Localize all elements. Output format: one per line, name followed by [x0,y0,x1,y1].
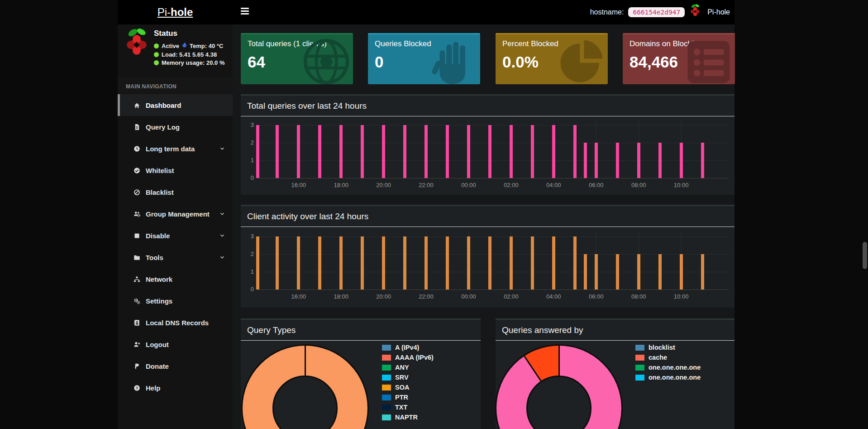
x-axis-tick: 18:00 [329,182,354,188]
bar[interactable] [658,254,662,289]
bar[interactable] [573,236,577,289]
bar[interactable] [584,254,587,289]
bar[interactable] [584,143,587,178]
bar[interactable] [297,236,300,289]
sidebar-item-label: Whitelist [146,167,174,174]
legend-item: SRV [382,374,409,381]
legend-item: AAAA (IPv6) [382,354,434,361]
sidebar-item-query-log[interactable]: Query Log [118,116,233,138]
panel-title: Client activity over last 24 hours [247,212,368,222]
navbar-right: hostname: 666154e2d947 Pi-hole [590,0,730,24]
bar[interactable] [339,236,343,289]
sidebar-item-network[interactable]: Network [118,268,233,290]
donut-chart[interactable] [243,346,367,429]
gridline [258,289,729,290]
bar[interactable] [573,125,577,178]
bar[interactable] [256,125,259,178]
scrollbar-thumb[interactable] [863,242,867,269]
answered-by-donut-chart[interactable]: blocklistcacheone.one.one.oneone.one.one… [496,341,734,429]
bar[interactable] [339,125,343,178]
gridline [258,178,729,178]
bar[interactable] [637,143,640,178]
bar[interactable] [424,125,428,178]
bar[interactable] [680,143,683,178]
bar[interactable] [256,236,259,289]
legend-chip-icon [382,405,391,410]
chevron-down-icon [219,232,225,240]
client-activity-chart[interactable]: 012316:0018:0020:0022:0000:0002:0004:000… [241,227,734,308]
bar[interactable] [276,125,279,178]
sidebar-item-logout[interactable]: Logout [118,333,233,355]
bar[interactable] [297,125,300,178]
bar[interactable] [510,236,513,289]
sidebar-item-settings[interactable]: Settings [118,290,233,312]
sidebar-item-group-management[interactable]: Group Management [118,203,233,225]
sidebar-item-local-dns-records[interactable]: Local DNS Records [118,312,233,333]
bar[interactable] [701,143,704,178]
y-axis-tick: 2 [241,139,254,146]
x-axis-tick: 04:00 [541,293,566,300]
bar[interactable] [658,143,662,178]
query-types-donut-chart[interactable]: A (IPv4)AAAA (IPv6)ANYSRVSOAPTRTXTNAPTR [241,341,481,429]
brand-bold: hole [171,6,193,19]
bar[interactable] [701,254,704,289]
card-label: Percent Blocked [502,39,558,48]
sidebar-item-whitelist[interactable]: Whitelist [118,159,233,181]
x-axis-tick: 16:00 [286,293,311,300]
bar[interactable] [595,254,598,289]
bar[interactable] [467,236,470,289]
bar[interactable] [361,125,364,178]
bar[interactable] [467,125,470,178]
brand-logo[interactable]: Pi-hole [118,0,233,24]
y-axis-tick: 2 [241,251,254,257]
sidebar-item-tools[interactable]: Tools [118,246,233,268]
sidebar-item-disable[interactable]: Disable [118,225,233,246]
legend-label: blocklist [649,344,675,351]
bar[interactable] [637,254,640,289]
sidebar-item-blacklist[interactable]: Blacklist [118,181,233,203]
user-x-icon [134,341,140,348]
bar[interactable] [531,236,534,289]
total-queries-chart[interactable]: 012316:0018:0020:0022:0000:0002:0004:000… [241,116,734,195]
x-axis-tick: 02:00 [498,182,524,188]
bar[interactable] [361,236,364,289]
bar[interactable] [382,125,385,178]
sidebar-item-donate[interactable]: Donate [118,355,233,377]
sidebar-toggle-icon[interactable] [241,8,250,17]
bar[interactable] [488,125,491,178]
status-memory: Memory usage: 20.0 % [162,59,224,66]
bar[interactable] [510,125,513,178]
bar[interactable] [424,236,428,289]
bar[interactable] [446,125,449,178]
bar[interactable] [552,236,555,289]
hostname-badge: 666154e2d947 [628,7,685,17]
folder-icon [134,254,140,261]
temperature-flame-icon [182,42,187,50]
bar[interactable] [382,236,385,289]
bar[interactable] [276,236,279,289]
paypal-icon [134,363,140,370]
bar[interactable] [318,236,321,289]
bar[interactable] [616,254,619,289]
bar[interactable] [318,125,321,178]
bar[interactable] [446,236,449,289]
legend-label: A (IPv4) [395,344,419,351]
bar[interactable] [616,143,619,178]
stop-icon [134,232,140,239]
sidebar-item-long-term-data[interactable]: Long term data [118,138,233,159]
legend-item: cache [635,354,667,361]
bar[interactable] [595,143,598,178]
x-axis-tick: 20:00 [371,293,396,300]
donut-chart[interactable] [496,346,621,429]
bar[interactable] [403,236,406,289]
bar[interactable] [680,254,683,289]
sidebar-item-help[interactable]: ?Help [118,377,233,399]
svg-text:?: ? [136,386,138,390]
bar[interactable] [552,125,555,178]
bar[interactable] [403,125,406,178]
bar[interactable] [531,125,534,178]
sidebar-item-dashboard[interactable]: Dashboard [118,94,233,116]
card-percent-blocked: Percent Blocked0.0% [496,33,608,84]
status-temp: Temp: 40 °C [190,43,223,49]
bar[interactable] [488,236,491,289]
